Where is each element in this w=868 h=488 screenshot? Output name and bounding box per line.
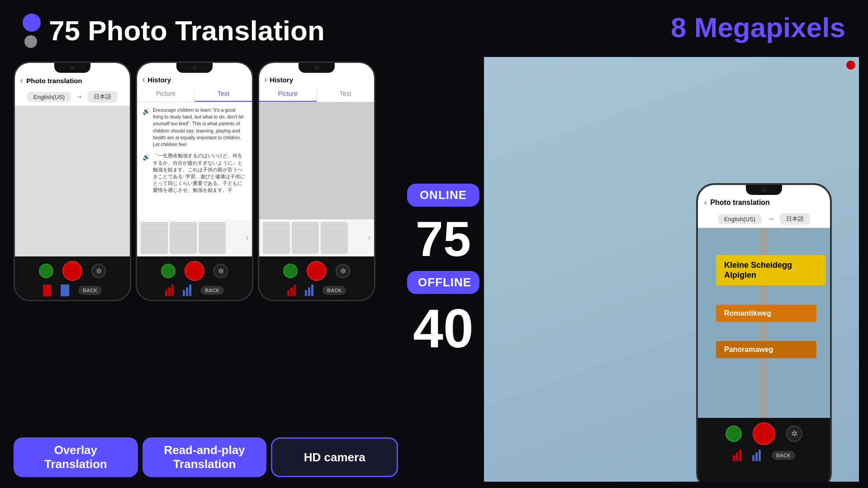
phone1-green-button[interactable] [39,264,53,278]
large-phone-controls-row2: BACK [733,450,795,461]
bar-b2 [186,287,188,296]
phone1-controls-row1: ✲ [39,261,106,281]
phone3-tab-text[interactable]: Text [317,86,375,102]
hd-camera-btn[interactable]: HD camera [271,437,398,477]
bar-r3 [171,284,174,296]
speaker-icon-jp[interactable]: 🔊 [142,153,150,161]
phone2-green-button[interactable] [161,264,175,278]
large-phone-notch-dot [762,188,766,192]
phone2-back-arrow-icon[interactable]: ‹ [142,76,145,84]
bar-bb2 [308,287,310,296]
large-phone-lang-to[interactable]: 日本語 [780,213,810,225]
header-left: 75 Photo Translation [23,14,325,48]
phone3-back-arrow-icon[interactable]: ‹ [265,76,267,84]
gray-dot [24,35,37,48]
large-phone-controls: ✲ BACK [698,418,830,465]
page-title: 75 Photo Translation [49,17,325,45]
phone3-thumbnails: › [259,219,374,256]
online-badge: ONLINE [407,184,479,207]
phone2-notch [176,63,213,73]
bar-r2 [168,287,171,296]
bar-r1 [165,290,167,296]
online-number: 75 [416,214,471,264]
sign-yellow: Kleine Scheidegg Alpiglen [716,255,825,285]
offline-badge: OFFLINE [407,271,479,294]
phones-section: ‹ Photo translation English(US) → 日本語 En… [9,57,403,482]
large-phone-content: Kleine Scheidegg Alpiglen Romantikweg Pa… [698,228,830,418]
phone2-controls: ✲ BACK [137,256,252,300]
phone2-bars-blue[interactable] [183,284,191,296]
captions-row: Overlay Translation Read-and-play Transl… [9,432,403,482]
lp-bar-b2 [755,452,758,461]
overlay-translation-label: Overlay Translation [44,443,107,471]
phone2-back-button[interactable]: BACK [200,286,224,295]
large-phone-green-button[interactable] [726,426,742,442]
lp-bar-r1 [733,455,735,461]
dot-group [23,14,41,48]
phone3-bars-red[interactable] [287,284,296,296]
large-phone-back-button[interactable]: BACK [772,451,795,460]
large-phone-red-button[interactable] [753,422,775,445]
phone3-content: 子供を励ます子供を励ます子供を励ます勉強は大切である。親は子供に学習、遊び、健康… [259,102,374,219]
large-phone-back-arrow-icon[interactable]: ‹ [704,199,707,207]
lp-bar-b1 [752,455,754,461]
tab-text[interactable]: Text [195,86,252,102]
thumb2[interactable] [170,222,197,254]
phone3-thumb1[interactable] [263,222,290,254]
phone3-green-button[interactable] [283,264,298,278]
phone3-controls-row2: BACK [287,284,346,296]
thumb3[interactable] [199,222,226,254]
bar-bb1 [305,290,307,296]
sign-yellow-text: Kleine Scheidegg Alpiglen [724,261,817,280]
phone2-controls-row2: BACK [165,284,224,296]
bar3 [49,284,52,296]
bar-b1 [183,290,185,296]
phone3-bars-blue[interactable] [305,284,313,296]
phone3-thumb-next-icon[interactable]: › [368,234,370,242]
phone2-tabs: Picture Text [137,86,252,102]
top-right-close-icon[interactable] [846,61,855,70]
phone1-notch-dot [70,66,75,70]
sign-brown: Panoramaweg [716,341,816,358]
phone3-red-button[interactable] [307,261,327,281]
large-phone-lang-from[interactable]: English(US) [718,214,762,224]
phone3-back-button[interactable]: BACK [323,286,346,295]
phone3-tab-picture[interactable]: Picture [259,86,317,102]
large-phone-asterisk-button[interactable]: ✲ [786,426,802,442]
phone1-content: Encourage children to learn 'it's a good… [15,106,130,256]
thumb1[interactable] [141,222,168,254]
phone2-red-button[interactable] [185,261,204,281]
phone1-bars-red[interactable] [43,284,52,296]
read-and-play-btn[interactable]: Read-and-play Translation [142,437,267,477]
phone1-red-button[interactable] [62,261,82,281]
large-phone-bars-red[interactable] [733,450,741,461]
phone3-thumb2[interactable] [292,222,319,254]
phone3-controls-row1: ✲ [283,261,350,281]
phone1-back-button[interactable]: BACK [78,286,102,295]
phone2-thumbnails: › [137,219,252,256]
phones-row: ‹ Photo translation English(US) → 日本語 En… [9,57,403,432]
read-and-play-label: Read-and-play Translation [164,443,245,471]
phone1-lang-to[interactable]: 日本語 [87,91,118,103]
phone1-overlay: ‹ Photo translation English(US) → 日本語 En… [14,62,131,301]
bar-b3 [189,284,191,296]
phone1-lang-from[interactable]: English(US) [27,92,71,102]
phone1-asterisk-button[interactable]: ✲ [91,264,106,278]
phone3-text: 子供を励ます子供を励ます子供を励ます勉強は大切である。親は子供に学習、遊び、健康… [259,102,374,219]
speaker-icon[interactable]: 🔊 [142,108,150,115]
phone1-bars-blue[interactable] [61,284,69,296]
phone2-asterisk-button[interactable]: ✲ [213,264,228,278]
phone3-asterisk-button[interactable]: ✲ [336,264,350,278]
overlay-translation-btn[interactable]: Overlay Translation [14,437,138,477]
large-phone-bars-blue[interactable] [752,450,761,461]
phone1-controls: ✲ BACK [15,256,130,300]
main-content: ‹ Photo translation English(US) → 日本語 En… [0,57,868,488]
thumb-next-icon[interactable]: › [246,234,248,242]
phone1-title: Photo translation [26,77,82,85]
phone1-back-arrow-icon[interactable]: ‹ [20,76,23,85]
large-phone-mockup: ‹ Photo translation English(US) → 日本語 Kl… [696,183,832,482]
tab-picture[interactable]: Picture [137,86,194,102]
phone2-bars-red[interactable] [165,284,174,296]
phone2-text-jp: 「一生懸命勉強するのはいいけど、何をするか、自分が疲れすぎないように」と勉強を励… [153,152,247,194]
phone3-thumb3[interactable] [321,222,348,254]
